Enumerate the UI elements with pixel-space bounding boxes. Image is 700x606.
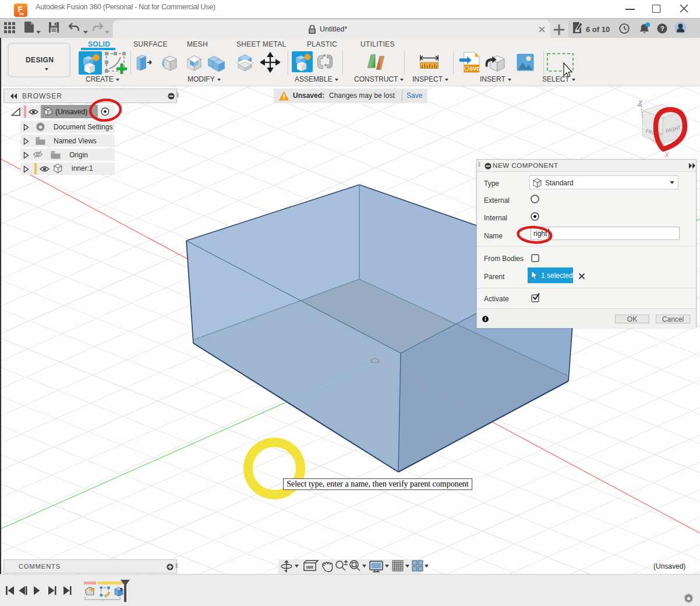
svg-text:Z: Z bbox=[637, 100, 642, 108]
svg-text:SVG: SVG bbox=[469, 66, 480, 72]
svg-text:X: X bbox=[664, 151, 670, 159]
svg-text:?: ? bbox=[660, 25, 664, 32]
